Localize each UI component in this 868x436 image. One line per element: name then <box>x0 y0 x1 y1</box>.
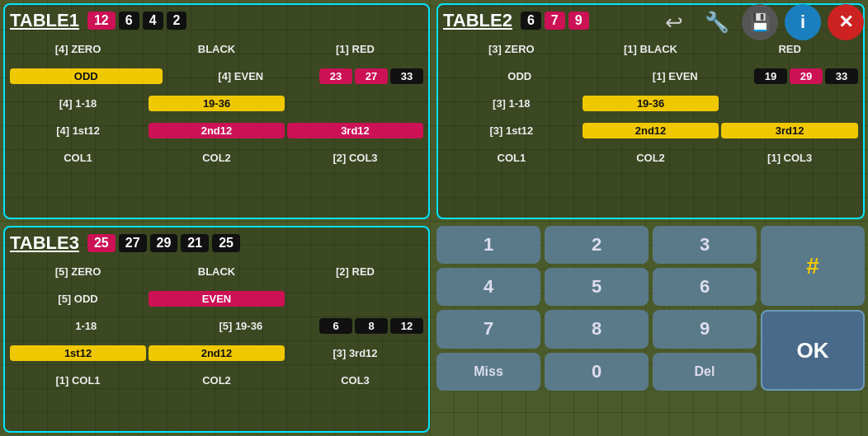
t2-num29[interactable]: 29 <box>790 68 823 84</box>
t2-zero[interactable]: [3] ZERO <box>443 41 580 57</box>
t2-num33[interactable]: 33 <box>825 68 858 84</box>
t3-num6[interactable]: 6 <box>319 318 352 334</box>
t2-high[interactable]: 19-36 <box>583 96 719 111</box>
table-row: 1-18 [5] 19-36 6 8 12 <box>10 313 423 338</box>
table-row: COL1 COL2 [1] COL3 <box>443 145 858 170</box>
t1-high[interactable]: 19-36 <box>149 96 285 111</box>
table2-rows: [3] ZERO [1] BLACK RED ODD [1] EVEN 19 2… <box>443 36 858 170</box>
t1-num27[interactable]: 27 <box>355 68 388 84</box>
table2-title: TABLE2 <box>443 10 512 31</box>
t3-3rd12[interactable]: [3] 3rd12 <box>287 345 423 361</box>
table-row: [3] 1st12 2nd12 3rd12 <box>443 118 858 143</box>
numkey-8[interactable]: 8 <box>545 310 649 348</box>
info-button[interactable]: i <box>785 4 821 40</box>
t1-3rd12[interactable]: 3rd12 <box>287 123 423 138</box>
t1-even[interactable]: [4] EVEN <box>165 68 318 84</box>
t1-col3[interactable]: [2] COL3 <box>287 150 423 166</box>
numkey-1[interactable]: 1 <box>436 226 540 264</box>
table-row: [5] ODD EVEN <box>10 286 423 311</box>
numkey-hash[interactable]: # <box>761 226 865 306</box>
numkey-4[interactable]: 4 <box>436 268 540 306</box>
table3-badge-0: 25 <box>87 234 116 252</box>
numkey-2[interactable]: 2 <box>545 226 649 264</box>
numkey-3[interactable]: 3 <box>653 226 757 264</box>
t1-2nd12[interactable]: 2nd12 <box>149 123 285 138</box>
table-row: ODD [1] EVEN 19 29 33 <box>443 63 858 88</box>
t2-odd[interactable]: ODD <box>443 68 597 84</box>
t2-col3[interactable]: [1] COL3 <box>721 150 858 166</box>
t1-1st12[interactable]: [4] 1st12 <box>10 123 146 138</box>
table1-title: TABLE1 <box>10 10 79 31</box>
t3-num12[interactable]: 12 <box>390 318 423 334</box>
t3-odd[interactable]: [5] ODD <box>10 291 146 307</box>
numkey-6[interactable]: 6 <box>653 268 757 306</box>
t3-empty1 <box>287 297 423 300</box>
numkey-miss[interactable]: Miss <box>436 353 540 391</box>
back-button[interactable]: ↩ <box>656 4 692 40</box>
t3-col3[interactable]: COL3 <box>287 373 423 388</box>
t1-odd[interactable]: ODD <box>10 68 163 84</box>
t3-red[interactable]: [2] RED <box>287 264 423 279</box>
t1-num33[interactable]: 33 <box>390 68 423 84</box>
table-row: 1st12 2nd12 [3] 3rd12 <box>10 340 423 365</box>
t2-col1[interactable]: COL1 <box>443 150 580 166</box>
table3-badge-4: 25 <box>212 234 240 252</box>
table1-badge-1: 6 <box>119 12 139 30</box>
t3-black[interactable]: BLACK <box>149 264 285 279</box>
main-grid: TABLE1 12 6 4 2 [4] ZERO BLACK [1] RED O… <box>0 0 868 436</box>
table3-badge-2: 29 <box>150 234 178 252</box>
t3-1st12[interactable]: 1st12 <box>10 345 146 361</box>
numkey-0[interactable]: 0 <box>545 353 649 391</box>
t1-zero[interactable]: [4] ZERO <box>10 41 146 57</box>
t3-col1[interactable]: [1] COL1 <box>10 373 146 388</box>
t3-low[interactable]: 1-18 <box>10 318 163 334</box>
t2-3rd12[interactable]: 3rd12 <box>721 123 858 138</box>
numkey-del[interactable]: Del <box>653 353 757 391</box>
table2-badge-0: 6 <box>521 12 541 30</box>
t1-low[interactable]: [4] 1-18 <box>10 96 146 111</box>
numpad-panel: 1 2 3 # 4 5 6 7 8 9 OK Miss 0 Del <box>436 226 865 433</box>
table1-badge-0: 12 <box>87 12 116 30</box>
save-button[interactable]: 💾 <box>742 4 778 40</box>
t3-zero[interactable]: [5] ZERO <box>10 264 146 279</box>
t1-col2[interactable]: COL2 <box>149 150 285 166</box>
close-button[interactable]: ✕ <box>828 4 864 40</box>
t3-2nd12[interactable]: 2nd12 <box>149 345 285 361</box>
t1-red[interactable]: [1] RED <box>287 41 423 57</box>
t3-high[interactable]: [5] 19-36 <box>165 318 318 334</box>
wrench-button[interactable]: 🔧 <box>699 4 735 40</box>
table3-badge-3: 21 <box>181 234 209 252</box>
numpad-grid: 1 2 3 # 4 5 6 7 8 9 OK Miss 0 Del <box>436 226 865 433</box>
t3-col2[interactable]: COL2 <box>149 373 285 388</box>
numkey-5[interactable]: 5 <box>545 268 649 306</box>
table3-badge-1: 27 <box>119 234 147 252</box>
table-row: ODD [4] EVEN 23 27 33 <box>10 63 423 88</box>
table3-panel: TABLE3 25 27 29 21 25 [5] ZERO BLACK [2]… <box>3 226 430 433</box>
numkey-9[interactable]: 9 <box>653 310 757 348</box>
table1-badge-2: 4 <box>143 12 163 30</box>
t1-num23[interactable]: 23 <box>319 68 352 84</box>
t2-even[interactable]: [1] EVEN <box>599 68 752 84</box>
t3-num8[interactable]: 8 <box>355 318 388 334</box>
t2-black[interactable]: [1] BLACK <box>583 41 719 57</box>
t2-low[interactable]: [3] 1-18 <box>443 96 580 111</box>
t3-even[interactable]: EVEN <box>149 291 285 307</box>
t2-col2[interactable]: COL2 <box>583 150 719 166</box>
t2-2nd12[interactable]: 2nd12 <box>583 123 719 138</box>
table3-title: TABLE3 <box>10 232 79 254</box>
t2-empty1 <box>721 101 858 105</box>
table-row: [5] ZERO BLACK [2] RED <box>10 259 423 284</box>
t2-1st12[interactable]: [3] 1st12 <box>443 123 580 138</box>
table-row: [4] ZERO BLACK [1] RED <box>10 36 423 61</box>
table2-badge-2: 9 <box>568 12 589 30</box>
table3-header: TABLE3 25 27 29 21 25 <box>10 232 423 254</box>
t1-col1[interactable]: COL1 <box>10 150 146 166</box>
t1-black[interactable]: BLACK <box>149 41 285 57</box>
numkey-ok[interactable]: OK <box>761 310 865 390</box>
table2-badge-1: 7 <box>545 12 565 30</box>
toolbar: ↩ 🔧 💾 i ✕ <box>656 4 864 40</box>
table-row: [4] 1-18 19-36 <box>10 91 423 115</box>
t2-red[interactable]: RED <box>721 41 858 57</box>
numkey-7[interactable]: 7 <box>436 310 540 348</box>
t2-num19[interactable]: 19 <box>754 68 787 84</box>
